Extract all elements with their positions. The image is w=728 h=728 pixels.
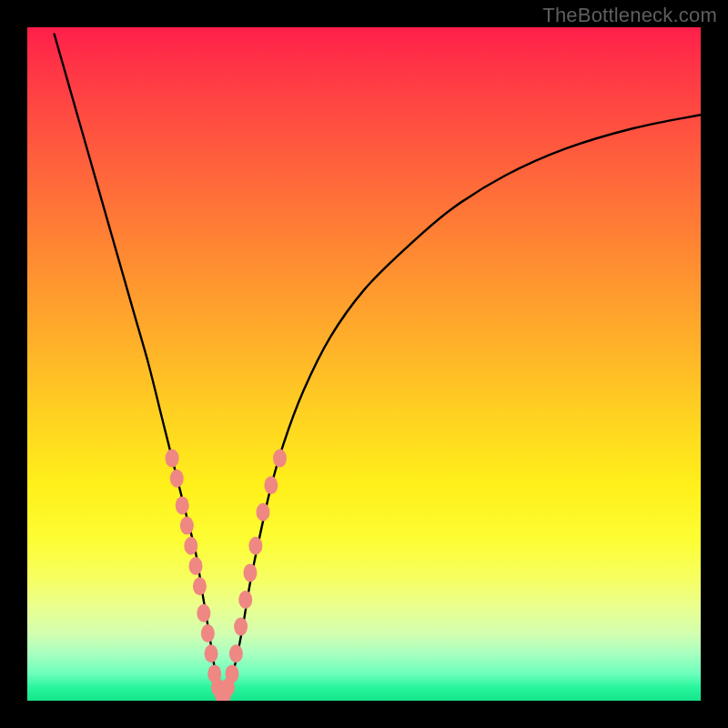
data-point [248,537,262,555]
chart-svg [27,27,701,701]
data-point [229,644,243,662]
data-point [180,517,194,535]
data-point [184,537,197,555]
data-point [170,470,184,488]
plot-area [27,27,701,701]
bottleneck-curve [55,34,701,698]
data-point [176,496,189,514]
chart-frame: TheBottleneck.com [0,0,728,728]
watermark-text: TheBottleneck.com [542,4,717,27]
data-point [257,503,270,521]
data-point [205,644,218,662]
data-point [197,604,210,622]
data-point [243,563,257,581]
data-point [193,577,207,595]
data-point [234,618,248,636]
data-point [225,664,238,682]
data-point-markers [166,450,287,701]
data-point [166,450,179,468]
data-point [201,624,215,642]
data-point [273,450,287,468]
data-point [189,557,203,575]
data-point [264,476,278,494]
data-point [238,591,252,609]
